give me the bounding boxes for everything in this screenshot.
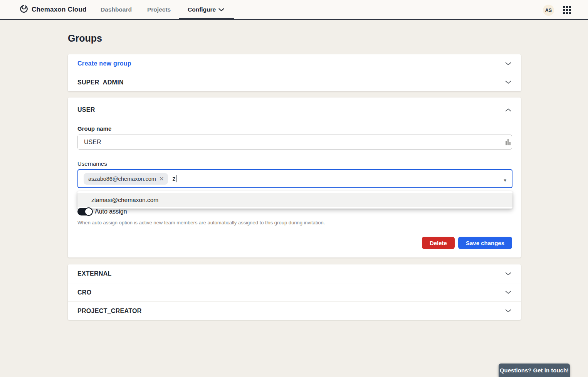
panel-actions: Delete Save changes bbox=[422, 237, 512, 249]
usernames-label: Usernames bbox=[77, 160, 107, 167]
select-caret-down-icon[interactable]: ▾ bbox=[504, 178, 506, 183]
avatar-initials: AS bbox=[545, 8, 552, 13]
accordion-user-header[interactable]: USER bbox=[68, 98, 521, 122]
nav-item-dashboard[interactable]: Dashboard bbox=[101, 0, 132, 19]
group-name-label: Group name bbox=[77, 125, 111, 132]
chevron-down-icon bbox=[505, 291, 511, 294]
active-tab-indicator bbox=[179, 18, 234, 20]
accordion-label: EXTERNAL bbox=[77, 270, 112, 277]
accordion-project-creator[interactable]: PROJECT_CREATOR bbox=[68, 301, 521, 320]
accordion-group-bottom: EXTERNAL CRO PROJECT_CREATOR bbox=[68, 264, 521, 320]
accordion-label: PROJECT_CREATOR bbox=[77, 308, 142, 315]
save-changes-button[interactable]: Save changes bbox=[458, 237, 512, 249]
auto-assign-row: Auto assign bbox=[77, 208, 127, 215]
text-cursor bbox=[176, 175, 177, 182]
chevron-down-icon bbox=[505, 62, 511, 66]
chevron-down-icon bbox=[218, 8, 224, 12]
usernames-multiselect[interactable]: aszabo86@chemaxon.com ✕ z ▾ bbox=[77, 169, 512, 188]
accordion-label: USER bbox=[77, 106, 95, 113]
accordion-create-new-group[interactable]: Create new group bbox=[68, 54, 521, 73]
page-title: Groups bbox=[68, 33, 102, 44]
dropdown-option-label: ztamasi@chemaxon.com bbox=[91, 197, 158, 204]
nav-item-label: Dashboard bbox=[101, 6, 132, 13]
create-new-group-label: Create new group bbox=[77, 60, 131, 67]
accordion-label: SUPER_ADMIN bbox=[77, 79, 124, 86]
nav-item-label: Configure bbox=[188, 6, 216, 13]
dropdown-option[interactable]: ztamasi@chemaxon.com bbox=[77, 193, 512, 207]
accordion-external[interactable]: EXTERNAL bbox=[68, 264, 521, 283]
auto-assign-helper-text: When auto assign option is active new te… bbox=[77, 220, 325, 226]
accordion-group-top: Create new group SUPER_ADMIN bbox=[68, 54, 521, 91]
get-in-touch-button[interactable]: Questions? Get in touch! bbox=[499, 364, 570, 377]
nav-item-projects[interactable]: Projects bbox=[147, 0, 171, 19]
usernames-dropdown-menu: ztamasi@chemaxon.com bbox=[77, 191, 512, 209]
auto-assign-toggle[interactable] bbox=[77, 208, 92, 215]
chevron-up-icon bbox=[505, 108, 511, 112]
user-avatar[interactable]: AS bbox=[543, 5, 554, 16]
accordion-cro[interactable]: CRO bbox=[68, 283, 521, 301]
top-navbar: Chemaxon Cloud Dashboard Projects Config… bbox=[0, 0, 588, 20]
chemaxon-logo-icon bbox=[19, 4, 29, 15]
chip-label: aszabo86@chemaxon.com bbox=[88, 176, 156, 182]
accordion-user-expanded: USER Group name Usernames aszabo86@chema… bbox=[68, 98, 521, 258]
nav-item-configure[interactable]: Configure bbox=[188, 0, 224, 19]
brand[interactable]: Chemaxon Cloud bbox=[19, 0, 87, 19]
nav-item-label: Projects bbox=[147, 6, 171, 13]
apps-grid-icon[interactable] bbox=[563, 6, 571, 14]
toggle-knob bbox=[84, 207, 93, 216]
delete-button[interactable]: Delete bbox=[422, 237, 455, 249]
chevron-down-icon bbox=[505, 309, 511, 313]
chevron-down-icon bbox=[505, 272, 511, 276]
accordion-label: CRO bbox=[77, 289, 91, 296]
brand-name: Chemaxon Cloud bbox=[32, 6, 87, 13]
group-name-input[interactable] bbox=[77, 135, 512, 150]
chevron-down-icon bbox=[505, 81, 511, 84]
username-chip: aszabo86@chemaxon.com ✕ bbox=[84, 173, 168, 185]
typed-query-text: z bbox=[173, 175, 176, 182]
password-manager-bars-icon bbox=[506, 139, 511, 145]
auto-assign-label: Auto assign bbox=[95, 208, 127, 215]
accordion-super-admin[interactable]: SUPER_ADMIN bbox=[68, 73, 521, 91]
chip-remove-icon[interactable]: ✕ bbox=[159, 176, 164, 182]
